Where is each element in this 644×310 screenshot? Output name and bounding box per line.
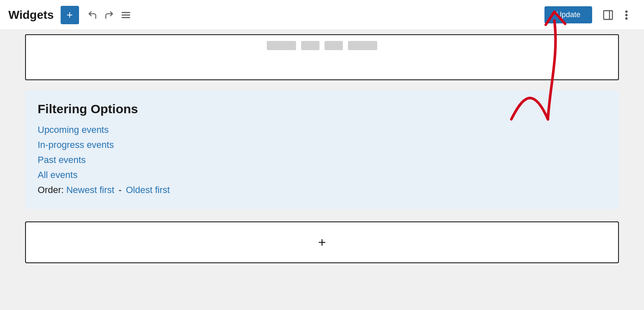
- widget-block-top: [25, 34, 619, 80]
- overflow-icon: [621, 9, 632, 21]
- oldest-first-link[interactable]: Oldest first: [126, 185, 170, 195]
- newest-first-link[interactable]: Newest first: [66, 185, 114, 195]
- upcoming-events-link[interactable]: Upcoming events: [38, 125, 606, 135]
- svg-point-6: [626, 14, 627, 15]
- panel-icon: [602, 9, 614, 21]
- list-icon: [121, 10, 131, 20]
- placeholder-bar-2: [301, 41, 319, 50]
- add-block-icon: +: [318, 235, 326, 250]
- placeholder-bar-3: [325, 41, 343, 50]
- undo-icon: [87, 10, 97, 20]
- filtering-options-title: Filtering Options: [38, 102, 606, 116]
- add-button[interactable]: +: [61, 6, 79, 24]
- toolbar: Widgets + Update: [0, 0, 644, 30]
- undo-button[interactable]: [84, 8, 101, 23]
- placeholder-bar-1: [267, 41, 296, 50]
- svg-point-5: [626, 11, 627, 12]
- svg-point-7: [626, 18, 627, 19]
- past-events-link[interactable]: Past events: [38, 155, 606, 165]
- list-view-button[interactable]: [118, 8, 134, 23]
- update-button[interactable]: Update: [544, 6, 592, 23]
- overflow-menu-button[interactable]: [617, 7, 636, 23]
- order-separator: -: [119, 185, 122, 195]
- main-content: Filtering Options Upcoming events In-pro…: [0, 30, 644, 263]
- add-block-button[interactable]: +: [25, 221, 619, 263]
- redo-icon: [104, 10, 114, 20]
- svg-rect-3: [604, 10, 613, 19]
- order-label: Order:: [38, 185, 64, 195]
- page-title: Widgets: [8, 8, 54, 22]
- redo-button[interactable]: [101, 8, 118, 23]
- placeholder-bar-4: [348, 41, 377, 50]
- inprogress-events-link[interactable]: In-progress events: [38, 140, 606, 150]
- all-events-link[interactable]: All events: [38, 170, 606, 180]
- filtering-options-panel: Filtering Options Upcoming events In-pro…: [25, 90, 619, 209]
- order-row: Order: Newest first - Oldest first: [38, 185, 606, 196]
- panel-toggle-button[interactable]: [599, 7, 617, 23]
